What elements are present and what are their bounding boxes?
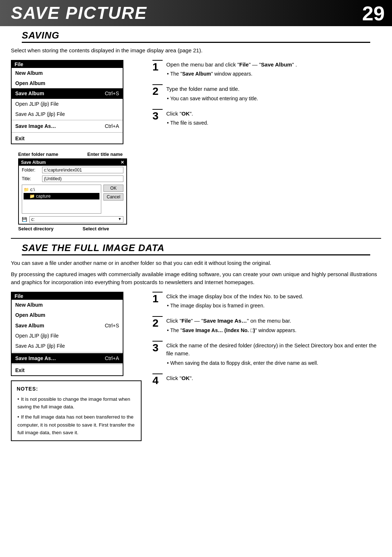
fi-step-3-number: 3 (152, 341, 163, 353)
saving-right-col: 1 Open the menu bar and click "File" — "… (149, 60, 381, 232)
saving-left-col: File New Album Open Album Save AlbumCtrl… (11, 60, 142, 232)
step-3-number: 3 (152, 109, 163, 121)
fi-step-2-content: Click "File" — "Save Image As…" on the m… (166, 316, 381, 336)
step-1-bullet-1: The "Save Album" window appears. (166, 70, 381, 78)
menu-item-save-image-as[interactable]: Save Image As…Ctrl+A (12, 121, 123, 131)
full-image-title: SAVE THE FULL IMAGE DATA (22, 242, 164, 253)
dialog-title-row: Title: (Untitled) (19, 174, 126, 183)
menu-item-new-album[interactable]: New Album (12, 68, 123, 78)
dialog-tree[interactable]: 📁 c:\ 📁 capture (22, 185, 101, 214)
fi-menu-item-new-album[interactable]: New Album (12, 300, 123, 310)
menu-item-open-jlip[interactable]: Open JLIP (jlp) File (12, 99, 123, 109)
page-number: 29 (355, 0, 392, 26)
saving-section: SAVING Select when storing the contents … (0, 30, 392, 231)
fi-menu-item-exit[interactable]: Exit (12, 365, 123, 375)
step-2-main: Type the folder name and title. (166, 85, 381, 93)
drive-label: c: (31, 217, 34, 222)
step-1-content: Open the menu bar and click "File" — "Sa… (166, 60, 381, 80)
fi-step-1: 1 Click the image display box of the Ind… (152, 292, 381, 311)
saving-section-header: SAVING (22, 30, 370, 43)
full-image-two-col: File New Album Open Album Save AlbumCtrl… (11, 292, 381, 441)
fi-menu-item-open-album[interactable]: Open Album (12, 310, 123, 320)
title-field[interactable]: (Untitled) (42, 175, 123, 182)
enter-title-label: Enter title name (87, 152, 123, 157)
step-3-bullet-1: The file is saved. (166, 119, 381, 127)
step-1-main: Open the menu bar and click "File" — "Sa… (166, 61, 381, 69)
tree-item-c[interactable]: 📁 c:\ (24, 186, 99, 193)
dialog-folder-row: Folder: c:\capture\index001 (19, 166, 126, 174)
save-album-dialog: Save Album ✕ Folder: c:\capture\index001… (18, 158, 127, 225)
fi-step-1-bullet-1: The image display box is framed in green… (166, 302, 381, 310)
dialog-labels: Enter folder name Enter title name (11, 152, 142, 157)
step-2-number: 2 (152, 84, 163, 97)
saving-intro: Select when storing the contents display… (11, 47, 381, 55)
note-2: If the full image data has not been tran… (17, 413, 136, 437)
saving-file-menu: File New Album Open Album Save AlbumCtrl… (11, 60, 123, 145)
dialog-main: 📁 c:\ 📁 capture OK Cancel (19, 183, 126, 215)
fi-step-1-main: Click the image display box of the Index… (166, 292, 381, 301)
fi-step-2-bullet-1: The "Save Image As… (Index No. □)" windo… (166, 327, 381, 334)
note-1: It is not possible to change the image f… (17, 395, 136, 411)
saving-file-menu-header: File (12, 61, 123, 68)
notes-box: NOTES: It is not possible to change the … (11, 380, 142, 441)
notes-title: NOTES: (17, 385, 136, 393)
step-2-bullet-1: You can save without entering any title. (166, 95, 381, 102)
enter-folder-label: Enter folder name (18, 152, 58, 157)
full-image-file-menu-header: File (12, 292, 123, 300)
saving-title: SAVING (22, 30, 60, 41)
section-divider (11, 238, 381, 239)
drive-icon: 💾 (22, 217, 27, 222)
full-image-section-header: SAVE THE FULL IMAGE DATA (22, 242, 370, 255)
fi-step-3: 3 Click the name of the desired folder (… (152, 341, 381, 368)
dialog-title-text: Save Album (21, 160, 46, 165)
menu-divider2 (12, 132, 123, 133)
step-3-content: Click "OK". The file is saved. (166, 109, 381, 129)
fi-step-2-main: Click "File" — "Save Image As…" on the m… (166, 317, 381, 325)
fi-menu-item-save-as-jlip[interactable]: Save As JLIP (jlp) File (12, 341, 123, 351)
full-image-intro1: You can save a file under another name o… (11, 259, 381, 267)
full-image-section: SAVE THE FULL IMAGE DATA You can save a … (0, 242, 392, 441)
menu-item-save-album[interactable]: Save AlbumCtrl+S (12, 88, 123, 98)
drive-arrow-icon: ▼ (118, 217, 122, 222)
saving-two-col: File New Album Open Album Save AlbumCtrl… (11, 60, 381, 232)
fi-menu-item-save-album[interactable]: Save AlbumCtrl+S (12, 320, 123, 331)
menu-item-exit[interactable]: Exit (12, 133, 123, 144)
step-1: 1 Open the menu bar and click "File" — "… (152, 60, 381, 80)
select-directory-label: Select directory (18, 226, 54, 231)
folder-field[interactable]: c:\capture\index001 (42, 167, 123, 173)
fi-menu-item-save-image-as[interactable]: Save Image As…Ctrl+A (12, 353, 123, 363)
page-header: SAVE PICTURE 29 (0, 0, 392, 26)
menu-item-open-album[interactable]: Open Album (12, 78, 123, 88)
step-2: 2 Type the folder name and title. You ca… (152, 84, 381, 104)
fi-step-1-number: 1 (152, 292, 163, 304)
fi-step-3-main: Click the name of the desired folder (di… (166, 342, 381, 358)
fi-step-4: 4 Click "OK". (152, 374, 381, 386)
fi-step-4-content: Click "OK". (166, 374, 381, 384)
fi-menu-item-open-jlip[interactable]: Open JLIP (jlp) File (12, 331, 123, 341)
fi-step-4-number: 4 (152, 374, 163, 386)
menu-divider (12, 120, 123, 120)
fi-step-2-number: 2 (152, 316, 163, 328)
folder-label: Folder: (22, 167, 40, 173)
dialog-buttons: OK Cancel (103, 185, 123, 214)
fi-step-4-main: Click "OK". (166, 374, 381, 383)
fi-step-2: 2 Click "File" — "Save Image As…" on the… (152, 316, 381, 336)
dialog-close-icon[interactable]: ✕ (121, 160, 124, 165)
fi-menu-divider (12, 352, 123, 352)
bottom-labels: Select directory Select drive (11, 226, 142, 231)
dialog-title-bar: Save Album ✕ (19, 159, 126, 166)
cancel-button[interactable]: Cancel (103, 193, 123, 201)
step-3: 3 Click "OK". The file is saved. (152, 109, 381, 129)
full-image-intro2: By processing the captured images with c… (11, 270, 381, 287)
fi-step-3-bullet-1: When saving the data to floppy disk, ent… (166, 359, 381, 367)
ok-button[interactable]: OK (103, 185, 123, 192)
drive-field[interactable]: c: ▼ (29, 216, 123, 223)
page-title: SAVE PICTURE (0, 0, 355, 26)
dialog-wrapper: Enter folder name Enter title name Save … (11, 152, 142, 231)
step-2-content: Type the folder name and title. You can … (166, 84, 381, 104)
select-drive-label: Select drive (83, 226, 109, 231)
dialog-drive-row: 💾 c: ▼ (19, 215, 126, 224)
full-image-right-col: 1 Click the image display box of the Ind… (149, 292, 381, 441)
tree-item-capture[interactable]: 📁 capture (24, 193, 99, 199)
menu-item-save-as-jlip[interactable]: Save As JLIP (jlp) File (12, 109, 123, 119)
